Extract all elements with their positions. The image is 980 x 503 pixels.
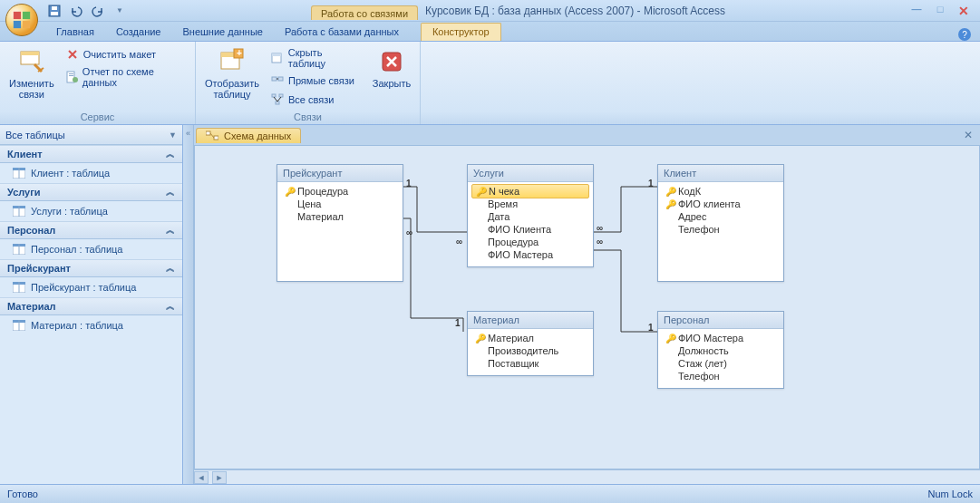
table-field[interactable]: 🔑Материал bbox=[471, 332, 589, 344]
table-box-personal[interactable]: Персонал 🔑ФИО Мастера Должность Стаж (ле… bbox=[657, 311, 784, 389]
table-box-material[interactable]: Материал 🔑Материал Производитель Поставщ… bbox=[467, 311, 594, 376]
rel-label-inf: ∞ bbox=[456, 237, 462, 247]
clear-layout-button[interactable]: Очистить макет bbox=[62, 45, 189, 63]
redo-icon bbox=[92, 5, 104, 17]
field-label: Процедура bbox=[488, 237, 539, 247]
schema-report-button[interactable]: Отчет по схеме данных bbox=[62, 64, 189, 90]
table-field[interactable]: Время bbox=[471, 198, 589, 210]
nav-pane-collapse[interactable]: « bbox=[183, 125, 194, 484]
horizontal-scrollbar[interactable]: ◄ ► bbox=[194, 469, 980, 484]
redo-button[interactable] bbox=[89, 2, 107, 20]
table-field[interactable]: Поставщик bbox=[471, 357, 589, 370]
office-button[interactable] bbox=[5, 4, 38, 36]
svg-rect-8 bbox=[21, 52, 39, 55]
close-button[interactable]: ✕ bbox=[955, 4, 973, 18]
maximize-button[interactable]: □ bbox=[931, 4, 949, 18]
nav-item-preis-table[interactable]: Прейскурант : таблица bbox=[0, 277, 182, 297]
tab-home[interactable]: Главная bbox=[45, 24, 105, 41]
table-field[interactable]: 🔑КодК bbox=[662, 185, 780, 198]
nav-group-preis[interactable]: Прейскурант︽ bbox=[0, 259, 182, 277]
chevron-left-icon: « bbox=[186, 129, 190, 138]
table-field[interactable]: 🔑ФИО Мастера bbox=[662, 332, 780, 344]
rel-label-inf: ∞ bbox=[597, 223, 603, 233]
nav-item-material-table[interactable]: Материал : таблица bbox=[0, 315, 182, 335]
table-field[interactable]: Стаж (лет) bbox=[662, 357, 780, 370]
nav-group-klient[interactable]: Клиент︽ bbox=[0, 145, 182, 163]
all-links-button[interactable]: Все связи bbox=[267, 91, 365, 109]
table-box-header: Материал bbox=[468, 312, 593, 329]
document-close-button[interactable]: ✕ bbox=[962, 129, 975, 141]
tab-database-tools[interactable]: Работа с базами данных bbox=[274, 24, 410, 41]
table-field[interactable]: Производитель bbox=[471, 344, 589, 357]
edit-relationships-button[interactable]: Изменить связи bbox=[5, 45, 58, 102]
direct-links-icon bbox=[270, 73, 285, 88]
table-box-body: 🔑N чека Время Дата ФИО Клиента Процедура… bbox=[468, 182, 593, 266]
nav-pane-header[interactable]: Все таблицы ▼ bbox=[0, 125, 182, 145]
svg-rect-5 bbox=[51, 12, 58, 15]
ribbon: Изменить связи Очистить макет Отчет по с… bbox=[0, 42, 980, 125]
table-field[interactable]: Телефон bbox=[662, 370, 780, 382]
field-label: Телефон bbox=[678, 224, 720, 235]
table-box-preiskurant[interactable]: Прейскурант 🔑Процедура Цена Материал bbox=[277, 164, 403, 282]
svg-rect-0 bbox=[14, 12, 21, 19]
svg-rect-6 bbox=[52, 6, 57, 10]
tab-create[interactable]: Создание bbox=[105, 24, 172, 41]
clear-layout-icon bbox=[65, 47, 80, 62]
nav-item-klient-table[interactable]: Клиент : таблица bbox=[0, 163, 182, 183]
svg-rect-41 bbox=[206, 131, 210, 135]
direct-links-button[interactable]: Прямые связи bbox=[267, 72, 365, 90]
field-label: Должность bbox=[678, 345, 729, 356]
field-label: ФИО Клиента bbox=[488, 224, 551, 235]
all-links-label: Все связи bbox=[288, 94, 334, 105]
minimize-button[interactable]: — bbox=[907, 4, 926, 18]
tab-external-data[interactable]: Внешние данные bbox=[172, 24, 274, 41]
scroll-right-button[interactable]: ► bbox=[212, 471, 227, 484]
table-icon bbox=[13, 206, 25, 217]
nav-group-material[interactable]: Материал︽ bbox=[0, 297, 182, 315]
table-box-klient[interactable]: Клиент 🔑КодК 🔑ФИО клиента Адрес Телефон bbox=[657, 164, 784, 282]
table-box-body: 🔑КодК 🔑ФИО клиента Адрес Телефон bbox=[658, 182, 783, 241]
table-field[interactable]: Должность bbox=[662, 344, 780, 357]
nav-item-label: Персонал : таблица bbox=[31, 244, 122, 255]
table-field[interactable]: Адрес bbox=[662, 210, 780, 223]
table-field[interactable]: Процедура bbox=[471, 236, 589, 248]
close-diagram-button[interactable]: Закрыть bbox=[369, 45, 414, 91]
nav-item-uslugi-table[interactable]: Услуги : таблица bbox=[0, 201, 182, 221]
nav-group-uslugi[interactable]: Услуги︽ bbox=[0, 183, 182, 201]
document-tab-schema[interactable]: Схема данных bbox=[196, 128, 301, 143]
scroll-left-button[interactable]: ◄ bbox=[194, 471, 209, 484]
key-icon: 🔑 bbox=[665, 187, 674, 197]
table-field[interactable]: Материал bbox=[281, 210, 399, 223]
nav-item-personal-table[interactable]: Персонал : таблица bbox=[0, 239, 182, 259]
field-label: Материал bbox=[297, 211, 344, 222]
help-button[interactable]: ? bbox=[958, 28, 971, 41]
table-field[interactable]: ФИО Мастера bbox=[471, 248, 589, 261]
qat-customize[interactable]: ▼ bbox=[111, 2, 129, 20]
close-diagram-label: Закрыть bbox=[373, 78, 411, 89]
save-button[interactable] bbox=[45, 2, 63, 20]
table-field[interactable]: Цена bbox=[281, 198, 399, 210]
table-field[interactable]: Телефон bbox=[662, 223, 780, 236]
table-box-body: 🔑Материал Производитель Поставщик bbox=[468, 329, 593, 375]
undo-button[interactable] bbox=[67, 2, 85, 20]
hide-table-button[interactable]: Скрыть таблицу bbox=[267, 45, 365, 71]
nav-group-personal[interactable]: Персонал︽ bbox=[0, 221, 182, 239]
table-field[interactable]: Дата bbox=[471, 210, 589, 223]
table-box-uslugi[interactable]: Услуги 🔑N чека Время Дата ФИО Клиента Пр… bbox=[467, 164, 594, 267]
show-table-button[interactable]: + Отобразить таблицу bbox=[201, 45, 263, 102]
svg-rect-24 bbox=[276, 102, 279, 104]
table-field[interactable]: 🔑N чека bbox=[471, 184, 589, 198]
schema-report-icon bbox=[65, 70, 79, 84]
table-field[interactable]: 🔑Процедура bbox=[281, 185, 399, 198]
table-field[interactable]: ФИО Клиента bbox=[471, 223, 589, 236]
table-field[interactable]: 🔑ФИО клиента bbox=[662, 198, 780, 210]
field-label: N чека bbox=[489, 186, 519, 197]
chevron-up-icon: ︽ bbox=[166, 224, 175, 237]
nav-group-label: Персонал bbox=[7, 225, 55, 236]
nav-item-label: Материал : таблица bbox=[31, 320, 123, 331]
rel-label-one: 1 bbox=[406, 179, 412, 189]
tab-design[interactable]: Конструктор bbox=[421, 23, 501, 41]
relationships-canvas[interactable]: 1 ∞ ∞ 1 ∞ ∞ 1 1 Прейскурант 🔑Процедура Ц… bbox=[194, 145, 980, 469]
contextual-tab-label: Работа со связями bbox=[311, 5, 418, 20]
workspace: Все таблицы ▼ Клиент︽ Клиент : таблица У… bbox=[0, 125, 980, 484]
